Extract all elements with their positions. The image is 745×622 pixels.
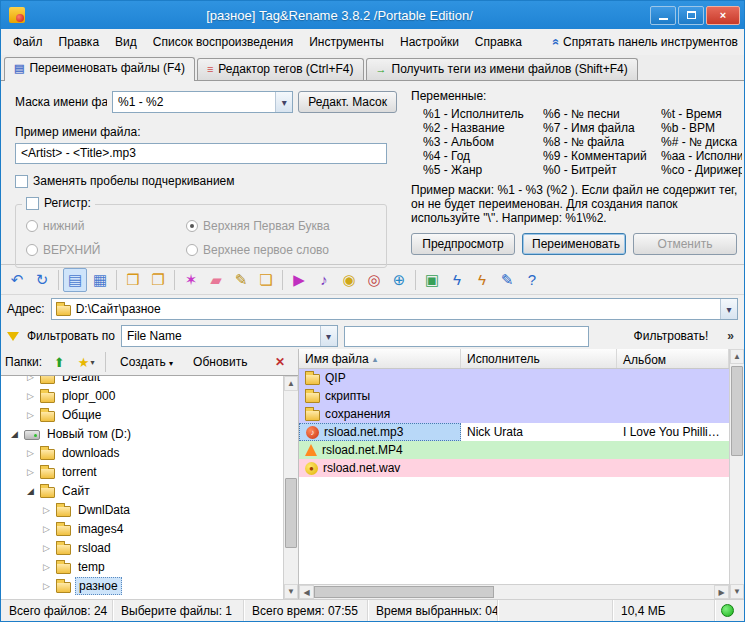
rename-pencil-icon[interactable]: ✎ bbox=[229, 268, 253, 292]
expander-icon[interactable]: ▷ bbox=[41, 543, 52, 553]
close-folders-button[interactable]: ✕ bbox=[266, 351, 294, 373]
tab[interactable]: ▤Переименовать файлы (F4) bbox=[4, 57, 195, 81]
edit-masks-button[interactable]: Редакт. Масок bbox=[298, 91, 397, 113]
scroll-down-icon[interactable]: ▼ bbox=[730, 584, 744, 599]
menu-item[interactable]: Вид bbox=[107, 31, 145, 53]
file-name-cell[interactable]: rsload.net.MP4 bbox=[299, 441, 461, 459]
magic-wand-icon[interactable]: ✶ bbox=[179, 268, 203, 292]
folder-up-button[interactable]: ⬆ bbox=[48, 351, 70, 373]
menu-item[interactable]: Настройки bbox=[392, 31, 467, 53]
expander-icon[interactable]: ▷ bbox=[25, 467, 36, 477]
filter-dropdown-icon[interactable]: ▾ bbox=[320, 326, 337, 346]
file-row[interactable]: сохранения bbox=[299, 405, 729, 423]
tree-item[interactable]: ▷images4 bbox=[1, 519, 283, 538]
tree-item[interactable]: ▷DwnlData bbox=[1, 500, 283, 519]
menu-item[interactable]: Инструменты bbox=[301, 31, 392, 53]
cancel-button[interactable]: Отменить bbox=[633, 233, 737, 255]
file-row[interactable]: QIP bbox=[299, 369, 729, 387]
case-radio[interactable]: ВЕРХНИЙ bbox=[26, 243, 186, 257]
expander-icon[interactable]: ▷ bbox=[41, 505, 52, 515]
list-horizontal-scrollbar[interactable]: ◀ ▶ bbox=[299, 584, 729, 599]
list-vertical-scrollbar[interactable]: ▲ ▼ bbox=[729, 349, 744, 599]
hide-toolbar-button[interactable]: » Спрятать панель инструментов bbox=[552, 35, 740, 49]
tab[interactable]: ≡Редактор тегов (Ctrl+F4) bbox=[197, 58, 364, 80]
batch-tag2-icon[interactable]: ϟ bbox=[470, 268, 494, 292]
case-checkbox[interactable]: Регистр: bbox=[22, 196, 95, 210]
favorites-button[interactable]: ★▾ bbox=[72, 351, 100, 373]
play-icon[interactable]: ▶ bbox=[287, 268, 311, 292]
image-icon[interactable]: ▣ bbox=[420, 268, 444, 292]
tree-item[interactable]: ▷Default bbox=[1, 376, 283, 386]
undo-icon[interactable]: ↶ bbox=[5, 268, 29, 292]
file-row[interactable]: ●rsload.net.wav bbox=[299, 459, 729, 477]
menu-item[interactable]: Правка bbox=[51, 31, 108, 53]
expander-icon[interactable]: ▷ bbox=[41, 562, 52, 572]
column-header[interactable]: Альбом bbox=[617, 349, 729, 368]
cd-icon[interactable]: ◉ bbox=[337, 268, 361, 292]
filter-apply-button[interactable]: Фильтровать! bbox=[625, 325, 718, 347]
scroll-up-icon[interactable]: ▲ bbox=[730, 349, 744, 364]
filter-more-icon[interactable]: » bbox=[723, 329, 738, 343]
refresh-icon[interactable]: ↻ bbox=[30, 268, 54, 292]
tree-item[interactable]: ◢Новый том (D:) bbox=[1, 424, 283, 443]
address-dropdown-icon[interactable]: ▾ bbox=[720, 299, 737, 319]
refresh-folders-button[interactable]: Обновить bbox=[184, 351, 256, 373]
file-name-cell[interactable]: сохранения bbox=[299, 405, 461, 423]
folder-rename-icon[interactable]: ❏ bbox=[254, 268, 278, 292]
example-filename-field[interactable]: <Artist> - <Title>.mp3 bbox=[15, 143, 387, 164]
filter-input[interactable] bbox=[344, 326, 589, 347]
mask-combobox[interactable]: %1 - %2 ▾ bbox=[112, 91, 293, 113]
tree-vertical-scrollbar[interactable]: ▲ ▼ bbox=[283, 376, 298, 599]
close-button[interactable]: × bbox=[706, 6, 740, 25]
file-row[interactable]: скрипты bbox=[299, 387, 729, 405]
preview-button[interactable]: Предпросмотр bbox=[411, 233, 515, 255]
file-row[interactable]: rsload.net.MP4 bbox=[299, 441, 729, 459]
file-row[interactable]: ♪rsload.net.mp3Nick UrataI Love You Phil… bbox=[299, 423, 729, 441]
filter-field-combobox[interactable]: File Name ▾ bbox=[121, 325, 338, 347]
view-list-icon[interactable]: ▤ bbox=[63, 268, 87, 292]
expander-icon[interactable]: ▷ bbox=[25, 448, 36, 458]
create-folder-button[interactable]: Создать ▾ bbox=[111, 351, 182, 373]
maximize-button[interactable] bbox=[678, 6, 704, 25]
case-radio[interactable]: нижний bbox=[26, 219, 186, 233]
expander-icon[interactable]: ▷ bbox=[25, 376, 36, 382]
rename-button[interactable]: Переименовать bbox=[522, 233, 626, 255]
scroll-thumb[interactable] bbox=[285, 478, 297, 548]
scroll-up-icon[interactable]: ▲ bbox=[284, 376, 298, 391]
open-folder-icon[interactable]: ❒ bbox=[121, 268, 145, 292]
copy-folder-icon[interactable]: ❐ bbox=[146, 268, 170, 292]
file-name-cell[interactable]: ●rsload.net.wav bbox=[299, 459, 461, 477]
web-icon[interactable]: ⊕ bbox=[387, 268, 411, 292]
scroll-down-icon[interactable]: ▼ bbox=[284, 584, 298, 599]
case-radio[interactable]: Верхняя Первая Буква bbox=[186, 219, 378, 233]
view-report-icon[interactable]: ▦ bbox=[88, 268, 112, 292]
tree-item[interactable]: ▷rsload bbox=[1, 538, 283, 557]
column-header[interactable]: Имя файла▴ bbox=[299, 349, 461, 368]
help-icon[interactable]: ? bbox=[520, 268, 544, 292]
batch-tag-icon[interactable]: ϟ bbox=[445, 268, 469, 292]
expander-icon[interactable]: ◢ bbox=[25, 486, 36, 496]
menu-item[interactable]: Справка bbox=[467, 31, 530, 53]
menu-item[interactable]: Файл bbox=[5, 31, 51, 53]
menu-item[interactable]: Список воспроизведения bbox=[145, 31, 301, 53]
file-name-cell[interactable]: скрипты bbox=[299, 387, 461, 405]
expander-icon[interactable]: ▷ bbox=[25, 391, 36, 401]
minimize-button[interactable] bbox=[650, 6, 676, 25]
eraser-icon[interactable]: ▰ bbox=[204, 268, 228, 292]
tree-item[interactable]: ▷temp bbox=[1, 557, 283, 576]
tree-item[interactable]: ▷plopr_000 bbox=[1, 386, 283, 405]
cd-audio-icon[interactable]: ◎ bbox=[362, 268, 386, 292]
tab[interactable]: →Получить теги из имени файлов (Shift+F4… bbox=[366, 58, 638, 80]
tree-item[interactable]: ◢Сайт bbox=[1, 481, 283, 500]
file-name-cell[interactable]: QIP bbox=[299, 369, 461, 387]
scroll-left-icon[interactable]: ◀ bbox=[299, 585, 314, 599]
column-header[interactable]: Исполнитель bbox=[461, 349, 617, 368]
case-radio[interactable]: Верхнее первое слово bbox=[186, 243, 378, 257]
scroll-thumb[interactable] bbox=[731, 366, 743, 456]
tree-item[interactable]: ▷downloads bbox=[1, 443, 283, 462]
title-bar[interactable]: [разное] Tag&Rename 3.8.2 /Portable Edit… bbox=[1, 1, 744, 29]
expander-icon[interactable]: ◢ bbox=[9, 429, 20, 439]
file-name-cell[interactable]: ♪rsload.net.mp3 bbox=[299, 423, 461, 441]
scroll-right-icon[interactable]: ▶ bbox=[714, 585, 729, 599]
mask-dropdown-icon[interactable]: ▾ bbox=[275, 92, 292, 112]
